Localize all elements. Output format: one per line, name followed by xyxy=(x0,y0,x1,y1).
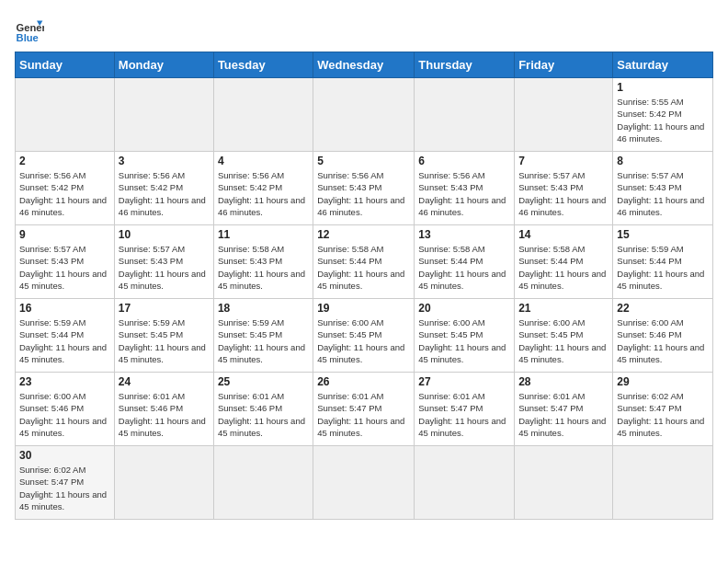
calendar-cell xyxy=(613,446,713,520)
calendar-cell: 2 Sunrise: 5:56 AM Sunset: 5:42 PM Dayli… xyxy=(16,152,115,225)
day-info: Sunrise: 6:01 AM Sunset: 5:47 PM Dayligh… xyxy=(518,390,609,439)
day-info: Sunrise: 6:02 AM Sunset: 5:47 PM Dayligh… xyxy=(19,464,110,512)
calendar-cell: 5 Sunrise: 5:56 AM Sunset: 5:43 PM Dayli… xyxy=(313,152,415,225)
calendar-cell: 26 Sunrise: 6:01 AM Sunset: 5:47 PM Dayl… xyxy=(313,373,415,446)
day-number: 8 xyxy=(617,155,709,167)
day-number: 5 xyxy=(317,155,410,167)
day-number: 14 xyxy=(518,228,609,241)
calendar-cell xyxy=(114,446,213,520)
day-info: Sunrise: 5:58 AM Sunset: 5:44 PM Dayligh… xyxy=(518,243,609,292)
calendar-cell: 22 Sunrise: 6:00 AM Sunset: 5:46 PM Dayl… xyxy=(613,299,713,373)
calendar-cell: 1 Sunrise: 5:55 AM Sunset: 5:42 PM Dayli… xyxy=(613,78,713,152)
day-info: Sunrise: 5:56 AM Sunset: 5:42 PM Dayligh… xyxy=(19,169,110,218)
day-number: 26 xyxy=(317,375,410,388)
calendar-cell: 8 Sunrise: 5:57 AM Sunset: 5:43 PM Dayli… xyxy=(613,152,713,225)
calendar-cell: 7 Sunrise: 5:57 AM Sunset: 5:43 PM Dayli… xyxy=(515,152,613,225)
calendar-cell: 9 Sunrise: 5:57 AM Sunset: 5:43 PM Dayli… xyxy=(16,225,115,299)
day-number: 15 xyxy=(617,228,709,241)
calendar-cell xyxy=(515,446,613,520)
day-info: Sunrise: 5:58 AM Sunset: 5:44 PM Dayligh… xyxy=(418,243,510,292)
calendar-cell: 13 Sunrise: 5:58 AM Sunset: 5:44 PM Dayl… xyxy=(415,225,515,299)
day-number: 20 xyxy=(418,302,510,315)
col-tuesday: Tuesday xyxy=(213,52,313,78)
day-info: Sunrise: 6:01 AM Sunset: 5:46 PM Dayligh… xyxy=(218,390,309,439)
day-info: Sunrise: 5:58 AM Sunset: 5:44 PM Dayligh… xyxy=(317,243,410,292)
day-number: 10 xyxy=(119,228,210,241)
day-info: Sunrise: 5:59 AM Sunset: 5:45 PM Dayligh… xyxy=(218,316,309,365)
day-info: Sunrise: 6:00 AM Sunset: 5:45 PM Dayligh… xyxy=(518,316,609,365)
day-number: 29 xyxy=(617,375,709,388)
col-wednesday: Wednesday xyxy=(313,52,415,78)
calendar-cell xyxy=(313,78,415,152)
day-info: Sunrise: 6:01 AM Sunset: 5:46 PM Dayligh… xyxy=(119,390,210,439)
calendar-cell xyxy=(213,446,313,520)
day-info: Sunrise: 6:00 AM Sunset: 5:45 PM Dayligh… xyxy=(317,316,410,365)
calendar-cell: 10 Sunrise: 5:57 AM Sunset: 5:43 PM Dayl… xyxy=(114,225,213,299)
day-number: 4 xyxy=(218,155,309,167)
day-info: Sunrise: 5:56 AM Sunset: 5:42 PM Dayligh… xyxy=(218,169,309,218)
col-sunday: Sunday xyxy=(16,52,115,78)
logo: General Blue xyxy=(15,15,48,44)
day-info: Sunrise: 5:57 AM Sunset: 5:43 PM Dayligh… xyxy=(518,169,609,218)
calendar-cell: 18 Sunrise: 5:59 AM Sunset: 5:45 PM Dayl… xyxy=(213,299,313,373)
day-info: Sunrise: 5:57 AM Sunset: 5:43 PM Dayligh… xyxy=(617,169,709,218)
calendar-cell: 28 Sunrise: 6:01 AM Sunset: 5:47 PM Dayl… xyxy=(515,373,613,446)
calendar-cell xyxy=(515,78,613,152)
day-info: Sunrise: 6:01 AM Sunset: 5:47 PM Dayligh… xyxy=(418,390,510,439)
day-info: Sunrise: 5:56 AM Sunset: 5:43 PM Dayligh… xyxy=(418,169,510,218)
day-number: 3 xyxy=(119,155,210,167)
day-info: Sunrise: 5:55 AM Sunset: 5:42 PM Dayligh… xyxy=(617,96,709,144)
day-number: 23 xyxy=(19,375,110,388)
calendar-cell: 19 Sunrise: 6:00 AM Sunset: 5:45 PM Dayl… xyxy=(313,299,415,373)
day-info: Sunrise: 5:57 AM Sunset: 5:43 PM Dayligh… xyxy=(19,243,110,292)
day-number: 24 xyxy=(119,375,210,388)
logo-icon: General Blue xyxy=(15,15,44,44)
day-number: 16 xyxy=(19,302,110,315)
col-friday: Friday xyxy=(515,52,613,78)
calendar-cell: 6 Sunrise: 5:56 AM Sunset: 5:43 PM Dayli… xyxy=(415,152,515,225)
day-number: 22 xyxy=(617,302,709,315)
day-number: 1 xyxy=(617,81,709,94)
calendar-cell xyxy=(213,78,313,152)
day-info: Sunrise: 6:00 AM Sunset: 5:46 PM Dayligh… xyxy=(617,316,709,365)
calendar-cell: 21 Sunrise: 6:00 AM Sunset: 5:45 PM Dayl… xyxy=(515,299,613,373)
calendar-cell: 27 Sunrise: 6:01 AM Sunset: 5:47 PM Dayl… xyxy=(415,373,515,446)
calendar-cell xyxy=(114,78,213,152)
calendar-cell: 16 Sunrise: 5:59 AM Sunset: 5:44 PM Dayl… xyxy=(16,299,115,373)
calendar-cell: 12 Sunrise: 5:58 AM Sunset: 5:44 PM Dayl… xyxy=(313,225,415,299)
day-info: Sunrise: 5:56 AM Sunset: 5:42 PM Dayligh… xyxy=(119,169,210,218)
day-info: Sunrise: 5:58 AM Sunset: 5:43 PM Dayligh… xyxy=(218,243,309,292)
day-number: 21 xyxy=(518,302,609,315)
day-info: Sunrise: 6:01 AM Sunset: 5:47 PM Dayligh… xyxy=(317,390,410,439)
day-number: 25 xyxy=(218,375,309,388)
day-number: 13 xyxy=(418,228,510,241)
svg-text:Blue: Blue xyxy=(17,32,39,43)
calendar-cell: 15 Sunrise: 5:59 AM Sunset: 5:44 PM Dayl… xyxy=(613,225,713,299)
calendar-cell: 29 Sunrise: 6:02 AM Sunset: 5:47 PM Dayl… xyxy=(613,373,713,446)
col-monday: Monday xyxy=(114,52,213,78)
day-info: Sunrise: 5:56 AM Sunset: 5:43 PM Dayligh… xyxy=(317,169,410,218)
day-number: 27 xyxy=(418,375,510,388)
day-info: Sunrise: 5:59 AM Sunset: 5:44 PM Dayligh… xyxy=(19,316,110,365)
calendar-cell xyxy=(313,446,415,520)
calendar-cell: 20 Sunrise: 6:00 AM Sunset: 5:45 PM Dayl… xyxy=(415,299,515,373)
day-number: 11 xyxy=(218,228,309,241)
calendar-cell: 30 Sunrise: 6:02 AM Sunset: 5:47 PM Dayl… xyxy=(16,446,115,520)
day-number: 28 xyxy=(518,375,609,388)
day-info: Sunrise: 5:59 AM Sunset: 5:45 PM Dayligh… xyxy=(119,316,210,365)
calendar-cell xyxy=(415,446,515,520)
day-number: 2 xyxy=(19,155,110,167)
calendar-cell: 11 Sunrise: 5:58 AM Sunset: 5:43 PM Dayl… xyxy=(213,225,313,299)
calendar-cell: 25 Sunrise: 6:01 AM Sunset: 5:46 PM Dayl… xyxy=(213,373,313,446)
day-number: 30 xyxy=(19,449,110,462)
col-thursday: Thursday xyxy=(415,52,515,78)
day-number: 6 xyxy=(418,155,510,167)
calendar-cell xyxy=(16,78,115,152)
day-number: 17 xyxy=(119,302,210,315)
calendar-cell: 14 Sunrise: 5:58 AM Sunset: 5:44 PM Dayl… xyxy=(515,225,613,299)
calendar-cell: 24 Sunrise: 6:01 AM Sunset: 5:46 PM Dayl… xyxy=(114,373,213,446)
day-info: Sunrise: 6:00 AM Sunset: 5:45 PM Dayligh… xyxy=(418,316,510,365)
calendar-cell: 4 Sunrise: 5:56 AM Sunset: 5:42 PM Dayli… xyxy=(213,152,313,225)
calendar-cell xyxy=(415,78,515,152)
day-info: Sunrise: 5:59 AM Sunset: 5:44 PM Dayligh… xyxy=(617,243,709,292)
